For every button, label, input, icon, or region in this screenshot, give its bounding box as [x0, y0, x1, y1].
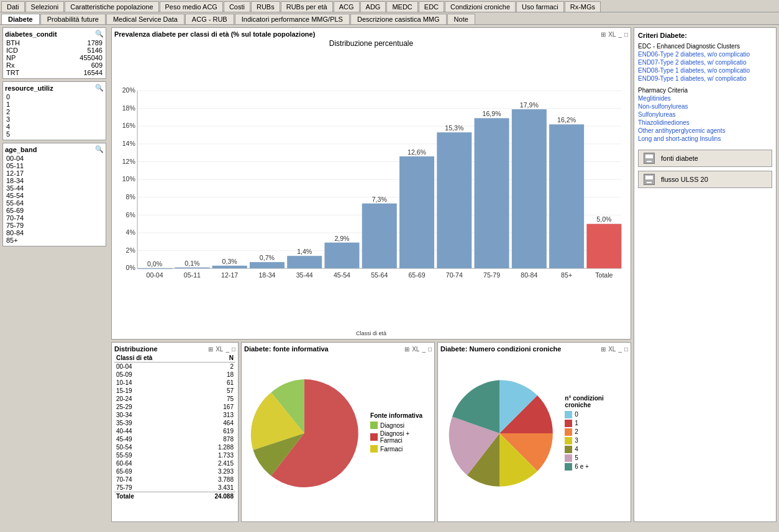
svg-text:00-04: 00-04: [147, 271, 163, 279]
cond-panel: Diabete: Numero condizioni croniche ⊞ XL…: [437, 342, 631, 522]
second-tab-descrizione-casistica-mmg[interactable]: Descrizione casistica MMG: [350, 14, 447, 24]
search-icon-resource[interactable]: 🔍: [95, 84, 104, 92]
second-tab-probabilità-future[interactable]: Probabilità future: [40, 14, 106, 24]
criteria-item-non-sulfonylureas[interactable]: Non-sulfonylureas: [638, 103, 772, 110]
top-tab-medc[interactable]: MEDC: [386, 1, 417, 12]
criteria-item-end08-type-1-diabete[interactable]: END08-Type 1 diabetes, w/o complicatio: [638, 67, 772, 74]
filter-item-0[interactable]: 0: [5, 93, 104, 101]
action-button-flusso-ulss-20[interactable]: flusso ULSS 20: [638, 171, 772, 188]
chart-icon-xl[interactable]: ⊞: [601, 31, 606, 38]
cond-icon-xl[interactable]: ⊞: [601, 346, 606, 353]
dist-minimize[interactable]: _: [226, 346, 229, 353]
filter-item-4[interactable]: 4: [5, 123, 104, 130]
filter-item-75-79[interactable]: 75-79: [5, 222, 104, 229]
top-tab-selezioni[interactable]: Selezioni: [25, 1, 65, 12]
cond-5-color: [565, 454, 572, 462]
search-icon-age[interactable]: 🔍: [95, 145, 104, 153]
dist-close[interactable]: □: [232, 346, 235, 353]
filter-item-np[interactable]: NP455040: [5, 54, 104, 61]
top-tab-rubs-per-età[interactable]: RUBs per età: [281, 1, 333, 12]
chart-minimize[interactable]: _: [618, 31, 622, 38]
chart-close[interactable]: □: [624, 31, 628, 38]
action-button-fonti-diabete[interactable]: fonti diabete: [638, 150, 772, 167]
cond-3-label: 3: [575, 437, 578, 444]
cond-4-label: 4: [575, 446, 578, 453]
criteria-item-end09-type-1-diabete[interactable]: END09-Type 1 diabetes, w/ complicatio: [638, 75, 772, 82]
filter-item-45-54[interactable]: 45-54: [5, 192, 104, 199]
second-tab-indicatori-performance-mmg/pls[interactable]: Indicatori performance MMG/PLS: [235, 14, 350, 24]
second-tab-medical-service-data[interactable]: Medical Service Data: [106, 14, 184, 24]
top-tab-acg[interactable]: ACG: [334, 1, 360, 12]
right-panel-title: Criteri Diabete:: [638, 32, 772, 39]
criteria-item-end07-type-2-diabete[interactable]: END07-Type 2 diabetes, w/ complicatio: [638, 59, 772, 66]
cond-close[interactable]: □: [624, 346, 628, 353]
top-tab-condizioni-croniche[interactable]: Condizioni croniche: [445, 1, 516, 12]
filter-item-icd[interactable]: ICD5146: [5, 47, 104, 54]
top-tab-uso-farmaci[interactable]: Uso farmaci: [516, 1, 564, 12]
filter-item-rx[interactable]: Rx609: [5, 61, 104, 69]
filter-item-18-34[interactable]: 18-34: [5, 177, 104, 184]
svg-text:35-44: 35-44: [296, 271, 313, 279]
svg-text:45-54: 45-54: [334, 271, 350, 279]
filter-item-bth[interactable]: BTH1789: [5, 39, 104, 47]
main-chart-title: Prevalenza diabete per classi di età (% …: [114, 30, 315, 38]
svg-rect-35: [287, 256, 322, 268]
top-tab-caratteristiche-popolazione[interactable]: Caratteristiche popolazione: [65, 1, 158, 12]
chart-label-xl[interactable]: XL: [608, 31, 616, 38]
filter-item-3[interactable]: 3: [5, 115, 104, 123]
filter-item-5[interactable]: 5: [5, 130, 104, 138]
filter-item-70-74[interactable]: 70-74: [5, 214, 104, 222]
dist-icon-xl[interactable]: ⊞: [208, 346, 213, 353]
filter-item-12-17[interactable]: 12-17: [5, 169, 104, 177]
criteria-item-end06-type-2-diabete[interactable]: END06-Type 2 diabetes, w/o complicatio: [638, 51, 772, 58]
svg-text:2,9%: 2,9%: [334, 235, 350, 242]
filter-item-00-04[interactable]: 00-04: [5, 155, 104, 162]
bar-chart-svg: 0%2%4%6%8%10%12%14%16%18%20%0,0%00-040,1…: [114, 50, 628, 328]
criteria-item-sulfonylureas[interactable]: Sulfonylureas: [638, 111, 772, 118]
distribution-panel: Distribuzione ⊞ XL _ □ Classi di età N: [111, 342, 239, 522]
top-tab-rubs[interactable]: RUBs: [251, 1, 280, 12]
top-tab-dati[interactable]: Dati: [1, 1, 25, 12]
main-layout: diabetes_condit 🔍 BTH1789ICD5146NP455040…: [0, 25, 779, 525]
filter-header-resource: resource_utiliz 🔍: [5, 84, 104, 92]
criteria-item-long-and-short-actin[interactable]: Long and short-acting Insulins: [638, 135, 772, 142]
top-tab-edc[interactable]: EDC: [419, 1, 444, 12]
diabetes-items-container: BTH1789ICD5146NP455040Rx609TRT16544: [5, 39, 104, 76]
cond-0-label: 0: [575, 411, 578, 418]
filter-item-65-69[interactable]: 65-69: [5, 207, 104, 214]
fonte-close[interactable]: □: [428, 346, 432, 353]
criteria-item-thiazolidinediones[interactable]: Thiazolidinediones: [638, 119, 772, 126]
filter-item-2[interactable]: 2: [5, 108, 104, 115]
filter-item-85+[interactable]: 85+: [5, 237, 104, 244]
filter-item-80-84[interactable]: 80-84: [5, 229, 104, 237]
search-icon-diabetes[interactable]: 🔍: [95, 30, 104, 38]
second-tab-note[interactable]: Note: [447, 14, 475, 24]
fonte-icon-xl[interactable]: ⊞: [404, 346, 409, 353]
fonte-minimize[interactable]: _: [422, 346, 426, 353]
dist-row-6: 30-34313: [114, 411, 235, 419]
top-tab-rx-mgs[interactable]: Rx-MGs: [565, 1, 601, 12]
svg-text:10%: 10%: [122, 175, 136, 183]
criteria-item-meglitinides[interactable]: Meglitinides: [638, 95, 772, 102]
cond-label-xl[interactable]: XL: [608, 346, 616, 353]
second-tab-acg---rub[interactable]: ACG - RUB: [185, 14, 234, 24]
second-tab-diabete[interactable]: Diabete: [1, 14, 40, 24]
filter-item-1[interactable]: 1: [5, 101, 104, 108]
criteria-item-other-antihyperglyce[interactable]: Other antihyperglycemic agents: [638, 127, 772, 134]
fonte-panel-title: Diabete: fonte informativa: [244, 345, 329, 353]
svg-text:80-84: 80-84: [521, 271, 537, 279]
cond-minimize[interactable]: _: [618, 346, 622, 353]
cond-panel-controls: ⊞ XL _ □: [601, 346, 628, 353]
top-tab-peso-medio-acg[interactable]: Peso medio ACG: [160, 1, 223, 12]
top-tab-adg[interactable]: ADG: [360, 1, 386, 12]
filter-item-trt[interactable]: TRT16544: [5, 69, 104, 76]
top-tab-costi[interactable]: Costi: [224, 1, 250, 12]
chart-subtitle: Distribuzione percentuale: [114, 39, 628, 48]
dist-label-xl[interactable]: XL: [216, 346, 223, 353]
filter-item-35-44[interactable]: 35-44: [5, 184, 104, 192]
fonte-label-xl[interactable]: XL: [412, 346, 419, 353]
filter-item-05-11[interactable]: 05-11: [5, 162, 104, 169]
svg-rect-41: [362, 204, 397, 268]
fonte-panel-header: Diabete: fonte informativa ⊞ XL _ □: [244, 345, 432, 353]
filter-item-55-64[interactable]: 55-64: [5, 199, 104, 207]
